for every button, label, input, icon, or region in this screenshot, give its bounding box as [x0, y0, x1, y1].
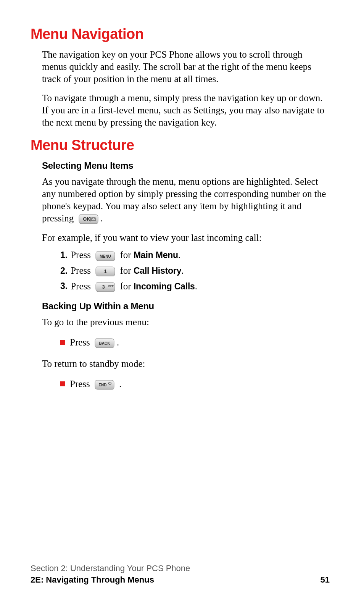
paragraph: To return to standby mode: [42, 358, 330, 370]
list-number: 1. [60, 249, 68, 262]
text: . [178, 250, 180, 260]
subheading-selecting-menu-items: Selecting Menu Items [42, 160, 330, 171]
bold-label: Incoming Calls [134, 281, 195, 291]
paragraph: As you navigate through the menu, menu o… [42, 176, 330, 225]
footer-subsection-label: 2E: Navigating Through Menus [31, 575, 154, 585]
list-item: Press BACK. [60, 335, 330, 350]
bold-label: Call History [134, 266, 181, 276]
svg-text:3: 3 [102, 284, 105, 290]
text: . [117, 379, 122, 389]
text: . [181, 265, 184, 276]
text: . [195, 281, 197, 291]
heading-menu-navigation: Menu Navigation [31, 26, 330, 42]
footer-section-label: Section 2: Understanding Your PCS Phone [31, 563, 330, 573]
bullet-icon [60, 381, 65, 386]
paragraph: To go to the previous menu: [42, 316, 330, 328]
heading-menu-structure: Menu Structure [31, 137, 330, 153]
page-footer: Section 2: Understanding Your PCS Phone … [31, 563, 330, 585]
svg-text:MENU: MENU [100, 254, 111, 258]
text: . [101, 213, 103, 223]
bold-label: Main Menu [134, 250, 178, 260]
bullet-list: Press END . [60, 377, 330, 391]
svg-text:OK: OK [83, 216, 90, 222]
ok-key-icon: OK [78, 213, 99, 225]
svg-text:1: 1 [104, 268, 107, 274]
text: for [120, 265, 133, 276]
text: Press [71, 265, 93, 276]
menu-key-icon: MENU [95, 250, 116, 262]
text: Press [71, 281, 93, 291]
text: for [120, 250, 133, 260]
bullet-icon [60, 340, 65, 345]
paragraph: To navigate through a menu, simply press… [42, 92, 330, 129]
text: . [117, 337, 119, 347]
list-number: 3. [60, 279, 68, 293]
ordered-list: 1. Press MENU for Main Menu. 2. Press 1 … [60, 248, 330, 294]
subheading-backing-up: Backing Up Within a Menu [42, 301, 330, 312]
one-key-icon: 1 [95, 266, 116, 277]
back-key-icon: BACK [94, 337, 115, 349]
page-number: 51 [321, 575, 330, 585]
list-item: 2. Press 1 for Call History. [60, 263, 330, 278]
list-item: Press END . [60, 377, 330, 391]
list-number: 2. [60, 264, 68, 278]
bullet-list: Press BACK. [60, 335, 330, 350]
svg-text:END: END [98, 383, 106, 387]
text: Press [71, 250, 93, 260]
end-key-icon: END [94, 379, 115, 391]
text: Press [70, 379, 92, 389]
list-item: 1. Press MENU for Main Menu. [60, 248, 330, 263]
svg-text:DEF: DEF [108, 285, 114, 287]
svg-text:BACK: BACK [99, 341, 111, 345]
paragraph: The navigation key on your PCS Phone all… [42, 48, 330, 85]
paragraph: For example, if you want to view your la… [42, 232, 330, 244]
three-key-icon: 3DEF [95, 281, 116, 293]
text: Press [70, 337, 92, 347]
text: for [120, 281, 133, 291]
list-item: 3. Press 3DEF for Incoming Calls. [60, 279, 330, 294]
